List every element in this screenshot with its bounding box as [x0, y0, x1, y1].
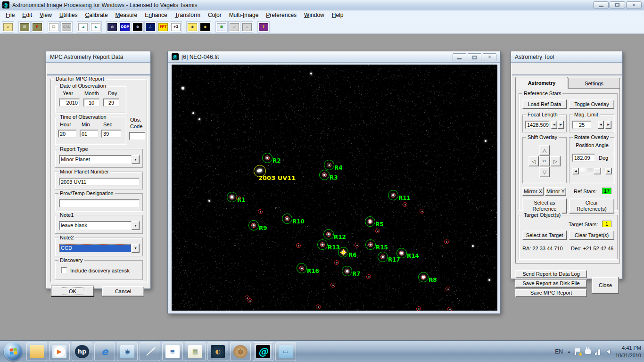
menu-utilities[interactable]: Utilities: [56, 11, 82, 19]
menu-calibrate[interactable]: Calibrate: [82, 11, 112, 19]
toolbar-calibrate-button[interactable]: CAL: [60, 21, 73, 33]
toggle-overlay-button[interactable]: Toggle Overlay: [569, 99, 614, 109]
menu-multi-image[interactable]: Multi-Image: [225, 11, 263, 19]
starfield-canvas[interactable]: [172, 65, 497, 311]
tab-astrometry[interactable]: Astrometry: [515, 77, 568, 89]
volume-icon[interactable]: [604, 349, 610, 354]
close-button[interactable]: ✕: [626, 1, 642, 8]
power-icon[interactable]: [585, 349, 591, 354]
menu-file[interactable]: File: [2, 11, 18, 19]
shift-left-button[interactable]: ◁: [528, 156, 539, 166]
prov-temp-input[interactable]: [59, 199, 140, 207]
toolbar-save-image-button[interactable]: ▥: [18, 21, 31, 33]
toolbar-histogram-stretch-button[interactable]: ◢: [77, 21, 89, 33]
toolbar-display-control-button[interactable]: ◍: [106, 21, 118, 33]
min-input[interactable]: 01: [80, 130, 99, 138]
toolbar-stack-2-button[interactable]: ▱: [241, 21, 253, 33]
tab-settings[interactable]: Settings: [568, 78, 620, 88]
menu-transform[interactable]: Transform: [171, 11, 204, 19]
minor-planet-number-input[interactable]: 2003 UV11: [59, 178, 140, 186]
close-panel-button[interactable]: Close: [592, 277, 619, 294]
mirror-x-button[interactable]: Mirror X: [522, 187, 544, 196]
language-indicator[interactable]: EN: [555, 348, 563, 355]
menu-color[interactable]: Color: [204, 11, 225, 19]
image-minimize-button[interactable]: [453, 53, 466, 61]
toolbar-color-merge-button[interactable]: ▦: [215, 21, 228, 33]
shift-up-button[interactable]: △: [539, 145, 550, 156]
menu-edit[interactable]: Edit: [18, 11, 36, 19]
menu-enhance[interactable]: Enhance: [141, 11, 171, 19]
toolbar-copy-image-button[interactable]: ❏: [48, 21, 60, 33]
network-icon[interactable]: [595, 349, 600, 355]
toolbar-help-button[interactable]: ?: [257, 21, 270, 33]
mirror-y-button[interactable]: Mirror Y: [545, 187, 566, 196]
cancel-button[interactable]: Cancel: [102, 286, 144, 296]
image-window-titlebar[interactable]: @ [6] NEO-046.fit ✕: [168, 51, 500, 63]
taskbar-photo-viewer-button[interactable]: ▭: [275, 342, 296, 361]
load-ref-data-button[interactable]: Load Ref Data: [522, 99, 567, 109]
shift-right-button[interactable]: ▷: [550, 156, 561, 166]
menu-preferences[interactable]: Preferences: [262, 11, 300, 19]
taskbar-internet-explorer-button[interactable]: e: [94, 342, 115, 361]
shift-step-button[interactable]: x1: [539, 156, 550, 166]
day-input[interactable]: 29: [103, 99, 119, 107]
menu-help[interactable]: Help: [328, 11, 347, 19]
toolbar-save-fits-button[interactable]: F: [31, 21, 43, 33]
position-angle-input[interactable]: 182.09: [572, 154, 595, 162]
clock[interactable]: 4:41 PM 10/31/2010: [615, 344, 641, 360]
astrometry-tool-titlebar[interactable]: Astrometry Tool: [511, 51, 622, 63]
year-input[interactable]: 2010: [59, 99, 80, 107]
toolbar-stack-1-button[interactable]: ▱: [228, 21, 240, 33]
mag-limit-input[interactable]: 25: [572, 121, 591, 129]
sec-input[interactable]: 39: [101, 130, 121, 138]
mag-limit-up-button[interactable]: ▶: [605, 121, 611, 129]
mpc-dialog-titlebar[interactable]: MPC Astrometry Report Data: [46, 51, 150, 63]
toolbar-image-math-button[interactable]: +Σ: [170, 21, 182, 33]
taskbar-aip4win-button[interactable]: @: [253, 342, 273, 361]
note1-combo[interactable]: leave blank ▼: [59, 221, 140, 230]
hour-input[interactable]: 20: [58, 130, 77, 138]
position-angle-scrollbar[interactable]: ◀ ▶: [572, 168, 612, 174]
toolbar-histogram-button[interactable]: ▲: [90, 21, 102, 33]
image-close-button[interactable]: ✕: [483, 53, 496, 61]
action-center-icon[interactable]: [575, 348, 581, 355]
focal-length-down-button[interactable]: ◀: [551, 121, 557, 129]
month-input[interactable]: 10: [83, 99, 99, 107]
focal-length-up-button[interactable]: ▶: [558, 121, 564, 129]
select-as-target-button[interactable]: Select as Target: [522, 230, 567, 240]
taskbar-webcam-button[interactable]: ◉: [117, 342, 138, 361]
scroll-right-icon[interactable]: ▶: [605, 168, 612, 174]
show-hidden-icons-button[interactable]: ▲: [567, 350, 571, 354]
clear-targets-button[interactable]: Clear Target(s): [569, 230, 614, 240]
taskbar-notepad-button[interactable]: ▤: [185, 342, 206, 361]
shift-down-button[interactable]: ▽: [539, 167, 550, 177]
scroll-left-icon[interactable]: ◀: [572, 168, 579, 174]
image-restore-button[interactable]: [468, 53, 481, 61]
restore-button[interactable]: [610, 1, 625, 8]
toolbar-align-target-button[interactable]: ◉: [199, 21, 211, 33]
report-type-combo[interactable]: Minor Planet ▼: [59, 155, 140, 164]
dropdown-arrow-icon[interactable]: ▼: [132, 155, 140, 164]
start-button[interactable]: [4, 342, 23, 361]
save-report-disk-button[interactable]: Save Report as Disk File: [515, 280, 587, 288]
taskbar-hp-button[interactable]: hp: [72, 342, 92, 361]
save-mpc-report-button[interactable]: Save MPC Report: [515, 289, 587, 297]
dropdown-arrow-icon[interactable]: ▼: [132, 244, 140, 253]
send-report-button[interactable]: Send Report to Data Log: [515, 270, 587, 278]
toolbar-align-ref-button[interactable]: ◉: [186, 21, 198, 33]
taskbar-windows-explorer-button[interactable]: [26, 342, 47, 361]
dropdown-arrow-icon[interactable]: ▼: [132, 221, 140, 230]
menu-window[interactable]: Window: [300, 11, 328, 19]
discovery-asterisk-checkbox[interactable]: [61, 267, 67, 273]
focal-length-input[interactable]: 1428.509: [525, 121, 550, 129]
toolbar-blink-comparator-button[interactable]: ∴: [144, 21, 157, 33]
taskbar-report-doc-button[interactable]: ≡: [162, 342, 183, 361]
clear-references-button[interactable]: Clear Reference(s): [569, 198, 614, 214]
scrollbar-thumb[interactable]: [594, 168, 601, 174]
taskbar-telescope-button[interactable]: ⟋: [140, 342, 160, 361]
taskbar-image-viewer-button[interactable]: ◐: [207, 342, 228, 361]
menu-view[interactable]: View: [36, 11, 56, 19]
select-as-reference-button[interactable]: Select as Reference: [522, 198, 567, 214]
toolbar-magnifier-button[interactable]: ⊙: [132, 21, 144, 33]
ok-button[interactable]: OK: [51, 286, 94, 296]
